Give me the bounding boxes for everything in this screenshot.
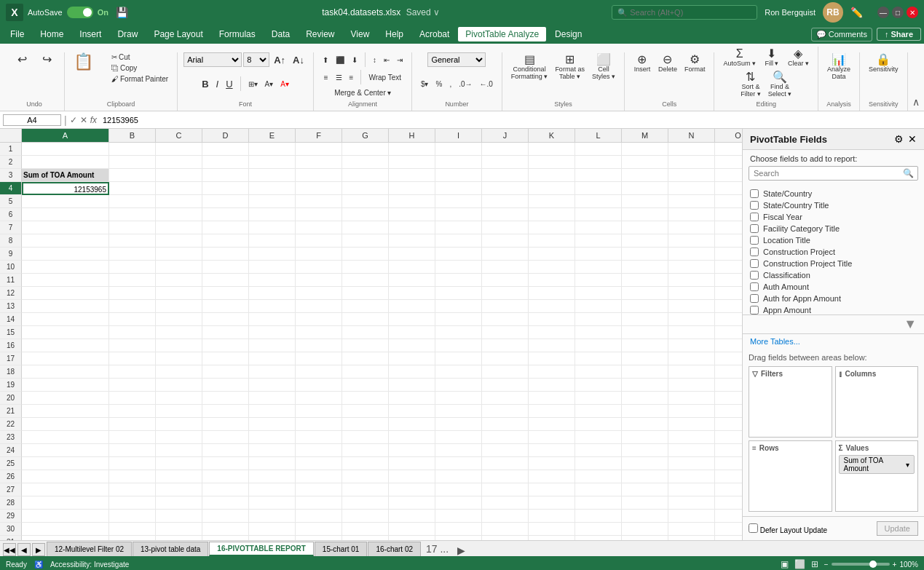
cell-30-12[interactable]	[622, 523, 668, 536]
delete-cell-button[interactable]: ⊖ Delete	[655, 52, 680, 74]
cell-a2[interactable]	[22, 156, 109, 169]
cell-24-12[interactable]	[622, 444, 668, 457]
cell-19-6[interactable]	[342, 379, 389, 392]
cell-22-1[interactable]	[109, 418, 156, 431]
cell-13-2[interactable]	[156, 300, 202, 313]
cell-15-11[interactable]	[575, 326, 622, 339]
cell-9-8[interactable]	[435, 248, 482, 261]
cell-21-6[interactable]	[342, 405, 389, 418]
cell-18-7[interactable]	[389, 365, 435, 379]
cell-d3[interactable]	[202, 169, 249, 182]
cell-k3[interactable]	[529, 169, 575, 182]
cell-13-10[interactable]	[529, 300, 575, 313]
sheet-tab-12-multilevel[interactable]: 12-Multilevel Filter 02	[47, 542, 132, 556]
cell-27-5[interactable]	[296, 483, 342, 496]
cell-16-9[interactable]	[482, 339, 529, 352]
cell-21-3[interactable]	[202, 405, 249, 418]
cell-5-9[interactable]	[482, 195, 529, 208]
cell-10-3[interactable]	[202, 261, 249, 274]
cell-22-0[interactable]	[22, 418, 109, 431]
cell-17-12[interactable]	[622, 352, 668, 365]
cell-14-0[interactable]	[22, 313, 109, 326]
cell-15-0[interactable]	[22, 326, 109, 339]
cell-25-4[interactable]	[249, 457, 296, 470]
defer-update-checkbox[interactable]	[749, 523, 758, 533]
cell-9-7[interactable]	[389, 248, 435, 261]
cell-26-9[interactable]	[482, 470, 529, 483]
cell-6-7[interactable]	[389, 208, 435, 221]
normal-view-button[interactable]: ▣	[781, 559, 789, 569]
cell-12-6[interactable]	[342, 287, 389, 300]
cell-28-5[interactable]	[296, 496, 342, 510]
cell-19-9[interactable]	[482, 379, 529, 392]
cell-10-0[interactable]	[22, 261, 109, 274]
autosave-toggle[interactable]	[67, 7, 93, 18]
field-state-country-title[interactable]: State/Country Title	[747, 199, 920, 211]
cell-26-5[interactable]	[296, 470, 342, 483]
cell-13-8[interactable]	[435, 300, 482, 313]
cell-30-6[interactable]	[342, 523, 389, 536]
cell-f4[interactable]	[296, 182, 342, 195]
col-header-b[interactable]: B	[109, 129, 156, 142]
cell-13-14[interactable]	[715, 300, 742, 313]
cell-28-14[interactable]	[715, 496, 742, 510]
cell-6-2[interactable]	[156, 208, 202, 221]
cell-h2[interactable]	[389, 156, 435, 169]
cell-28-4[interactable]	[249, 496, 296, 510]
cell-11-13[interactable]	[668, 274, 715, 287]
col-header-a[interactable]: A	[22, 129, 109, 142]
cell-7-12[interactable]	[622, 221, 668, 234]
cell-d4[interactable]	[202, 182, 249, 195]
cell-22-9[interactable]	[482, 418, 529, 431]
cell-30-8[interactable]	[435, 523, 482, 536]
cell-18-11[interactable]	[575, 365, 622, 379]
cell-30-9[interactable]	[482, 523, 529, 536]
cell-29-4[interactable]	[249, 510, 296, 523]
col-header-l[interactable]: L	[575, 129, 622, 142]
cell-21-13[interactable]	[668, 405, 715, 418]
field-checkbox-appn-amount[interactable]	[750, 306, 759, 314]
sheet-tab-17-more[interactable]: 17 ...	[422, 542, 453, 556]
cell-6-14[interactable]	[715, 208, 742, 221]
field-auth-for-appn[interactable]: Auth for Appn Amount	[747, 293, 920, 304]
sheet-nav-first[interactable]: ◀◀	[3, 543, 16, 556]
cell-25-1[interactable]	[109, 457, 156, 470]
cell-28-2[interactable]	[156, 496, 202, 510]
cell-29-2[interactable]	[156, 510, 202, 523]
cell-10-9[interactable]	[482, 261, 529, 274]
cell-k4[interactable]	[529, 182, 575, 195]
cell-12-12[interactable]	[622, 287, 668, 300]
border-button[interactable]: ⊞▾	[245, 79, 261, 89]
sheet-tab-16-chart02[interactable]: 16-chart 02	[368, 542, 421, 556]
cell-10-11[interactable]	[575, 261, 622, 274]
sort-filter-button[interactable]: ⇅ Sort & Filter ▾	[738, 70, 764, 99]
cell-22-12[interactable]	[622, 418, 668, 431]
cell-17-4[interactable]	[249, 352, 296, 365]
cell-20-0[interactable]	[22, 392, 109, 405]
cell-n3[interactable]	[668, 169, 715, 182]
cell-13-1[interactable]	[109, 300, 156, 313]
cell-25-7[interactable]	[389, 457, 435, 470]
cell-31-10[interactable]	[529, 536, 575, 540]
cell-7-4[interactable]	[249, 221, 296, 234]
cell-30-0[interactable]	[22, 523, 109, 536]
cell-30-11[interactable]	[575, 523, 622, 536]
cell-30-2[interactable]	[156, 523, 202, 536]
cell-31-13[interactable]	[668, 536, 715, 540]
cell-9-9[interactable]	[482, 248, 529, 261]
cell-9-10[interactable]	[529, 248, 575, 261]
cell-21-1[interactable]	[109, 405, 156, 418]
cell-16-12[interactable]	[622, 339, 668, 352]
cell-8-11[interactable]	[575, 234, 622, 248]
align-middle-button[interactable]: ⬛	[333, 55, 347, 65]
search-box[interactable]: 🔍	[612, 5, 757, 20]
col-header-m[interactable]: M	[622, 129, 668, 142]
sheet-tab-16-pivottable[interactable]: 16-PIVOTTABLE REPORT	[209, 542, 314, 556]
cell-i2[interactable]	[435, 156, 482, 169]
cell-12-9[interactable]	[482, 287, 529, 300]
cell-23-12[interactable]	[622, 431, 668, 444]
cell-20-2[interactable]	[156, 392, 202, 405]
cell-24-11[interactable]	[575, 444, 622, 457]
cell-30-13[interactable]	[668, 523, 715, 536]
cell-23-10[interactable]	[529, 431, 575, 444]
